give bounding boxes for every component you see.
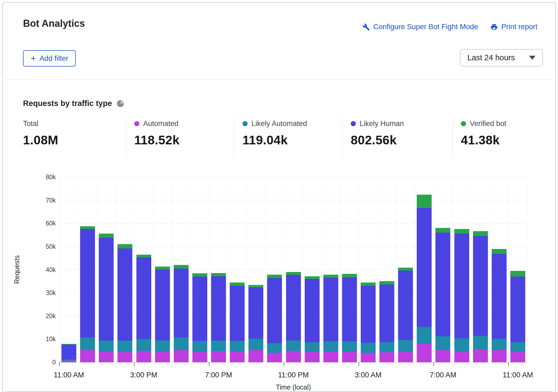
x-tick-label: 11:00 AM (503, 371, 533, 379)
bar-segment-likely-automated (248, 339, 263, 350)
y-tick-label: 10k (18, 335, 56, 343)
bar-segment-likely-human (267, 278, 282, 343)
bar-segment-verified-bot (230, 283, 245, 286)
x-tick-label: 7:00 AM (429, 371, 456, 379)
gridline (415, 177, 415, 362)
gridline (209, 177, 209, 362)
bar-2-00-am[interactable] (342, 274, 357, 362)
bar-segment-likely-human (492, 254, 507, 338)
y-tick-label: 80k (18, 173, 56, 181)
bar-10-00-am[interactable] (492, 249, 507, 362)
stat-verified-bot-value: 41.38k (461, 133, 537, 147)
gridline (321, 177, 321, 362)
gridline (134, 177, 134, 362)
bar-11-00-am[interactable] (61, 344, 76, 362)
gridline (434, 177, 434, 362)
bar-11-00-pm[interactable] (286, 272, 301, 362)
bar-segment-automated (454, 351, 469, 362)
x-tick (59, 362, 60, 366)
bar-2-00-pm[interactable] (117, 244, 132, 362)
bar-segment-automated (136, 351, 151, 362)
bar-segment-likely-human (80, 229, 95, 338)
header-links: Configure Super Bot Fight Mode Print rep… (362, 23, 537, 31)
bar-segment-likely-human (510, 277, 525, 342)
bar-segment-likely-automated (435, 336, 450, 350)
bar-7-00-pm[interactable] (211, 273, 226, 362)
bar-3-00-pm[interactable] (136, 255, 151, 362)
bar-segment-verified-bot (417, 195, 432, 208)
bar-12-00-pm[interactable] (80, 226, 95, 362)
page-title: Bot Analytics (23, 18, 85, 29)
bar-segment-likely-automated (379, 342, 394, 353)
bar-1-00-am[interactable] (323, 275, 338, 362)
bar-segment-likely-automated (323, 341, 338, 351)
stat-verified-bot: Verified bot 41.38k (452, 118, 537, 157)
bar-segment-automated (417, 343, 432, 362)
bar-segment-likely-human (61, 345, 76, 360)
bar-segment-likely-automated (155, 340, 170, 351)
bar-segment-verified-bot (192, 273, 207, 277)
gridline (265, 177, 265, 362)
bar-segment-likely-human (248, 287, 263, 338)
time-range-select[interactable]: Last 24 hours (460, 49, 543, 66)
gridline (359, 177, 359, 362)
bar-9-00-am[interactable] (473, 231, 488, 362)
bar-segment-verified-bot (305, 276, 320, 279)
bar-7-00-am[interactable] (435, 228, 450, 362)
bar-6-00-am[interactable] (417, 195, 432, 362)
bar-segment-automated (211, 351, 226, 362)
configure-super-bot-fight-mode-link[interactable]: Configure Super Bot Fight Mode (362, 23, 478, 31)
bar-segment-likely-human (342, 277, 357, 341)
bar-segment-likely-automated (510, 342, 525, 352)
bar-5-00-am[interactable] (398, 268, 413, 362)
gridline (471, 177, 471, 362)
bar-9-00-pm[interactable] (248, 285, 263, 362)
bar-segment-verified-bot (267, 275, 282, 278)
gridline (97, 177, 97, 362)
add-filter-button[interactable]: + Add filter (23, 50, 76, 67)
bar-segment-likely-human (417, 208, 432, 327)
bar-10-00-pm[interactable] (267, 275, 282, 362)
bar-segment-likely-automated (192, 341, 207, 351)
bar-segment-likely-automated (230, 341, 245, 351)
stat-likely-automated: Likely Automated 119.04k (234, 118, 342, 157)
section-title-row: Requests by traffic type (23, 99, 124, 108)
x-tick (359, 362, 359, 366)
stat-likely-automated-value: 119.04k (242, 133, 342, 147)
bar-12-00-am[interactable] (305, 276, 320, 362)
gridline (153, 177, 153, 362)
bar-segment-likely-human (117, 248, 132, 341)
bar-1-00-pm[interactable] (99, 234, 114, 362)
bar-segment-automated (305, 352, 320, 362)
gridline (172, 177, 172, 362)
requests-by-traffic-type-chart (60, 177, 527, 362)
bar-6-00-pm[interactable] (192, 273, 207, 362)
bar-segment-automated (230, 351, 245, 362)
likely-automated-legend-dot (242, 121, 248, 126)
chevron-down-icon (529, 56, 536, 60)
x-tick (433, 362, 434, 366)
bar-segment-likely-automated (136, 339, 151, 351)
bar-segment-verified-bot (286, 272, 301, 275)
bar-segment-likely-human (174, 268, 189, 337)
print-report-link[interactable]: Print report (490, 23, 537, 31)
bar-5-00-pm[interactable] (174, 265, 189, 362)
stat-automated-value: 118.52k (134, 133, 234, 147)
bar-segment-likely-human (473, 236, 488, 335)
bar-4-00-pm[interactable] (155, 267, 170, 362)
bar-segment-automated (61, 361, 76, 362)
pie-chart-icon (117, 100, 124, 107)
bar-segment-verified-bot (510, 271, 525, 277)
bar-11-00-am[interactable] (510, 271, 525, 362)
x-tick-label: 11:00 PM (278, 371, 309, 379)
verified-bot-legend-dot (461, 121, 466, 126)
bar-segment-likely-human (379, 284, 394, 342)
bar-8-00-am[interactable] (454, 229, 469, 362)
gridline (490, 177, 490, 362)
stats-row: Total 1.08M Automated 118.52k Likely Aut… (23, 118, 537, 157)
bar-segment-likely-human (454, 234, 469, 338)
gridline (60, 223, 527, 224)
bar-4-00-am[interactable] (379, 281, 394, 362)
bar-8-00-pm[interactable] (230, 283, 245, 362)
bar-3-00-am[interactable] (361, 283, 376, 362)
